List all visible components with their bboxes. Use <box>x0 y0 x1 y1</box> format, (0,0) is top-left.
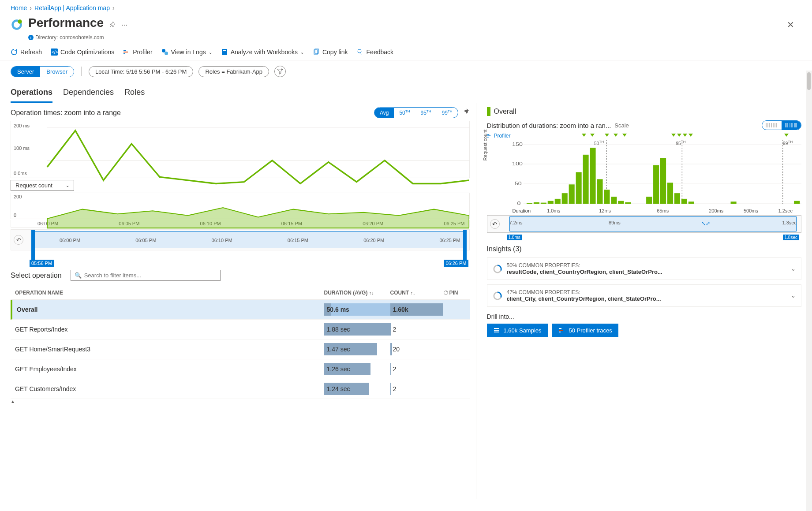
y-tick: 0 <box>14 213 16 218</box>
svg-rect-48 <box>533 202 539 204</box>
scale-label: Scale <box>614 122 629 129</box>
slider-handle-left[interactable] <box>31 230 35 260</box>
samples-button[interactable]: 1.60k Samples <box>487 324 548 337</box>
feedback-button[interactable]: Feedback <box>357 48 393 56</box>
insight-card[interactable]: 50% COMMON PROPERTIES:resultCode, client… <box>487 257 801 280</box>
breadcrumb-home[interactable]: Home <box>11 4 27 11</box>
scale-linear[interactable] <box>762 121 782 130</box>
more-icon[interactable]: ⋯ <box>121 22 128 29</box>
svg-point-14 <box>358 49 361 53</box>
logs-label: View in Logs <box>171 48 206 56</box>
op-name: GET Reports/Index <box>15 326 324 333</box>
svg-rect-97 <box>559 330 563 331</box>
feedback-icon <box>357 48 364 56</box>
col-operation-name[interactable]: OPERATION NAME <box>15 290 324 297</box>
time-range-slider[interactable]: ↶ 06:00 PM06:05 PM 06:10 PM06:15 PM 06:2… <box>11 229 470 250</box>
drill-into-title: Drill into... <box>487 313 801 320</box>
duration-histogram[interactable]: 150 100 50 0 <box>487 140 801 206</box>
svg-rect-6 <box>123 52 128 52</box>
duration-cell: 1.88 sec <box>324 323 390 336</box>
server-browser-toggle[interactable]: Server Browser <box>11 66 74 77</box>
chevron-down-icon: ⌄ <box>791 265 796 272</box>
svg-rect-55 <box>583 155 588 204</box>
metric-p95[interactable]: 95TH <box>415 108 436 118</box>
pin-chart-icon[interactable] <box>463 108 470 117</box>
copy-icon <box>313 48 320 56</box>
scroll-up-icon[interactable]: ▲ <box>11 399 15 404</box>
copy-label: Copy link <box>322 48 348 56</box>
timeline-back-button[interactable]: ↶ <box>14 235 23 245</box>
operation-times-title: Operation times: zoom into a range <box>11 109 121 117</box>
add-filter-button[interactable]: + <box>274 66 286 77</box>
view-in-logs-button[interactable]: View in Logs ⌄ <box>161 48 212 56</box>
profiler-icon <box>558 327 565 334</box>
svg-rect-98 <box>559 332 561 332</box>
duration-range-slider[interactable]: ↶ ⤡⤢ 7.2ms 89ms 1.3sec 1.0ms 1.8sec <box>487 215 801 233</box>
feedback-label: Feedback <box>367 48 393 56</box>
col-duration[interactable]: DURATION (AVG) ↑↓ <box>324 290 390 297</box>
metric-toggle[interactable]: Avg 50TH 95TH 99TH <box>374 107 458 118</box>
slider-handle-right[interactable] <box>463 230 467 260</box>
count-cell: 20 <box>390 343 443 355</box>
copy-link-button[interactable]: Copy link <box>313 48 348 56</box>
sort-icon: ↑↓ <box>411 290 415 295</box>
code-optimizations-button[interactable]: </> Code Optimizations <box>51 48 114 56</box>
hist-y-label: Request count <box>483 129 488 160</box>
refresh-icon <box>11 48 18 56</box>
metric-p99[interactable]: 99TH <box>436 108 457 118</box>
refresh-button[interactable]: Refresh <box>11 48 42 56</box>
hist-back-button[interactable]: ↶ <box>490 219 500 229</box>
p50-label: 50TH <box>594 140 604 146</box>
insights-title: Insights (3) <box>487 245 801 253</box>
table-row[interactable]: GET Home/SmartRequest31.47 sec20 <box>11 339 470 359</box>
svg-rect-53 <box>569 184 574 204</box>
page-scrollbar[interactable] <box>806 71 812 499</box>
close-icon[interactable]: ✕ <box>780 16 801 34</box>
profiler-traces-button[interactable]: 50 Profiler traces <box>552 324 618 337</box>
table-row[interactable]: Overall50.6 ms1.60k <box>11 300 470 320</box>
profiler-icon <box>123 48 130 56</box>
server-toggle[interactable]: Server <box>11 67 40 77</box>
count-cell: 2 <box>390 383 443 395</box>
analyze-workbooks-button[interactable]: Analyze with Workbooks ⌄ <box>221 48 304 56</box>
profiler-button[interactable]: Profiler <box>123 48 152 56</box>
overall-indicator <box>487 107 490 116</box>
svg-rect-96 <box>559 328 561 329</box>
y-tick: 0.0ms <box>14 171 27 176</box>
svg-rect-52 <box>561 193 567 204</box>
metric-avg[interactable]: Avg <box>374 108 394 118</box>
chevron-down-icon: ⌄ <box>300 50 304 55</box>
pin-icon[interactable] <box>109 22 116 29</box>
tab-dependencies[interactable]: Dependencies <box>63 85 114 103</box>
table-row[interactable]: GET Customers/Index1.24 sec2 <box>11 379 470 399</box>
col-count[interactable]: COUNT ↑↓ <box>390 290 443 297</box>
duration-cell: 1.47 sec <box>324 343 390 355</box>
request-count-dropdown[interactable]: Request count ⌄ <box>11 180 74 191</box>
tab-roles[interactable]: Roles <box>124 85 145 103</box>
roles-filter-pill[interactable]: Roles = Fabrikam-App <box>198 66 269 77</box>
col-pin[interactable]: PIN <box>443 290 465 297</box>
search-icon: 🔍 <box>75 272 82 279</box>
divider <box>81 67 82 76</box>
svg-point-8 <box>162 49 165 52</box>
tab-operations[interactable]: Operations <box>11 85 52 103</box>
scale-toggle[interactable] <box>762 120 801 130</box>
search-operations[interactable]: 🔍 <box>71 270 221 281</box>
p99-label: 99TH <box>783 140 793 146</box>
svg-rect-94 <box>494 330 499 331</box>
metric-p50[interactable]: 50TH <box>394 108 415 118</box>
breadcrumb: Home › RetailApp | Application map › <box>0 0 812 14</box>
svg-rect-69 <box>681 199 687 204</box>
table-row[interactable]: GET Employees/Index1.26 sec2 <box>11 359 470 379</box>
scale-log[interactable] <box>782 121 801 130</box>
insight-card[interactable]: 47% COMMON PROPERTIES:client_City, clien… <box>487 284 801 307</box>
table-row[interactable]: GET Reports/Index1.88 sec2 <box>11 320 470 339</box>
breadcrumb-app[interactable]: RetailApp | Application map <box>34 4 110 11</box>
slider-end-label: 06:26 PM <box>444 260 468 267</box>
search-input[interactable] <box>84 272 217 279</box>
request-count-chart[interactable] <box>11 193 469 229</box>
browser-toggle[interactable]: Browser <box>40 67 74 77</box>
time-range-pill[interactable]: Local Time: 5/16 5:56 PM - 6:26 PM <box>89 66 193 77</box>
count-cell: 2 <box>390 323 443 336</box>
distribution-title: Distribution of durations: zoom into a r… <box>487 122 611 129</box>
